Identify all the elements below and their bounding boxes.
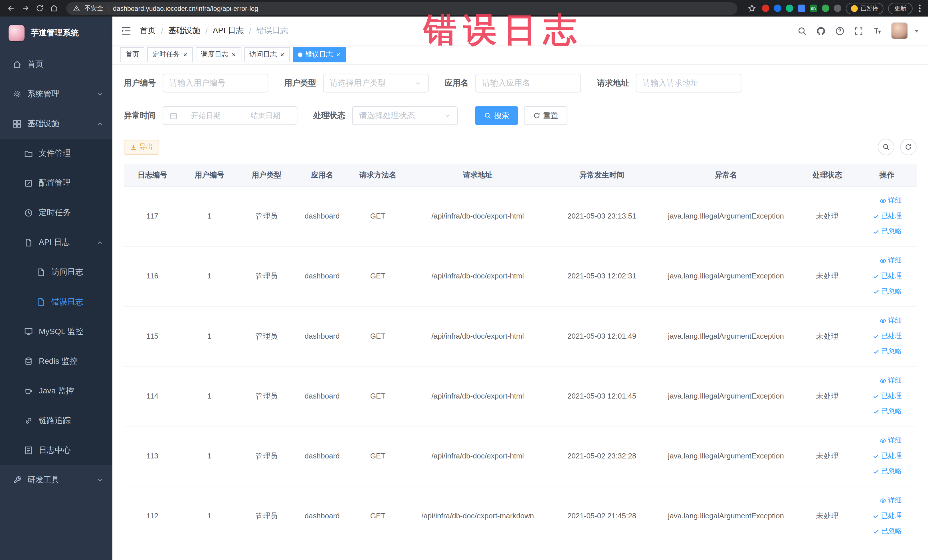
browser-back-icon[interactable] bbox=[6, 3, 16, 14]
search-button[interactable]: 搜索 bbox=[475, 106, 518, 125]
sidebar-item-6[interactable]: API 日志 bbox=[0, 227, 112, 257]
sidebar-item-12[interactable]: 链路追踪 bbox=[0, 406, 112, 436]
sidebar-item-5[interactable]: 定时任务 bbox=[0, 198, 112, 227]
sidebar-item-4[interactable]: 配置管理 bbox=[0, 168, 112, 198]
db-icon bbox=[24, 357, 33, 366]
close-icon[interactable]: × bbox=[231, 50, 236, 58]
processed-link[interactable]: 已处理 bbox=[857, 268, 902, 284]
extension-icon[interactable] bbox=[774, 5, 781, 12]
sidebar-item-2[interactable]: 基础设施 bbox=[0, 109, 112, 139]
extension-icon[interactable] bbox=[833, 5, 841, 12]
sidebar-item-3[interactable]: 文件管理 bbox=[0, 139, 112, 168]
extension-badge-icon[interactable]: on bbox=[810, 5, 817, 12]
github-icon[interactable] bbox=[816, 26, 826, 36]
ignored-link[interactable]: 已忽略 bbox=[857, 344, 902, 359]
detail-link[interactable]: 详细 bbox=[857, 313, 902, 328]
close-icon[interactable]: × bbox=[336, 50, 340, 58]
user-avatar[interactable] bbox=[891, 22, 908, 40]
export-button[interactable]: 导出 bbox=[124, 139, 159, 154]
sidebar-item-14[interactable]: 研发工具 bbox=[0, 465, 112, 495]
detail-link[interactable]: 详细 bbox=[857, 253, 902, 268]
reset-button[interactable]: 重置 bbox=[524, 106, 568, 125]
ignored-link[interactable]: 已忽略 bbox=[857, 284, 902, 299]
browser-menu-icon[interactable] bbox=[917, 5, 922, 12]
close-icon[interactable]: × bbox=[279, 50, 285, 58]
tab-3[interactable]: 访问日志 × bbox=[244, 47, 290, 62]
filter-user-id: 用户编号 请输入用户编号 bbox=[124, 73, 268, 92]
tab-4-active[interactable]: 错误日志 × bbox=[293, 47, 346, 62]
tags-view: 首页 定时任务 × 调度日志 × 访问日志 × 错误日志 × bbox=[112, 45, 928, 64]
cell-request-url: /api/infra/db-doc/export-markdown bbox=[406, 486, 549, 546]
fullscreen-icon[interactable] bbox=[853, 26, 864, 36]
sidebar-item-11[interactable]: Java 监控 bbox=[0, 376, 112, 406]
request-url-input[interactable]: 请输入请求地址 bbox=[636, 73, 742, 92]
refresh-table-button[interactable] bbox=[900, 139, 917, 155]
sidebar-item-1[interactable]: 系统管理 bbox=[0, 79, 112, 109]
sidebar-item-7[interactable]: 访问日志 bbox=[0, 257, 112, 287]
processed-link[interactable]: 已处理 bbox=[857, 328, 902, 344]
app-name-input[interactable]: 请输入应用名 bbox=[475, 73, 581, 92]
browser-home-icon[interactable] bbox=[49, 3, 59, 14]
caret-down-icon[interactable] bbox=[914, 29, 919, 32]
breadcrumb-item[interactable]: 首页 bbox=[140, 26, 156, 36]
paused-extension-button[interactable]: 已暂停 bbox=[846, 3, 884, 14]
navbar-actions bbox=[797, 22, 919, 40]
processed-link[interactable]: 已处理 bbox=[857, 448, 902, 464]
check-icon bbox=[873, 468, 879, 475]
detail-link[interactable]: 详细 bbox=[857, 433, 902, 448]
error-log-table: 日志编号用户编号用户类型应用名请求方法名请求地址异常发生时间异常名处理状态操作 … bbox=[124, 164, 917, 546]
hamburger-icon[interactable] bbox=[121, 25, 132, 37]
filter-exception-time: 异常时间 开始日期 - 结束日期 bbox=[124, 106, 297, 125]
date-range-picker[interactable]: 开始日期 - 结束日期 bbox=[163, 106, 297, 125]
browser-reload-icon[interactable] bbox=[34, 3, 44, 14]
cell-app-name: dashboard bbox=[295, 306, 349, 366]
close-icon[interactable]: × bbox=[183, 50, 188, 58]
tab-2[interactable]: 调度日志 × bbox=[196, 47, 241, 62]
processed-link[interactable]: 已处理 bbox=[857, 388, 902, 404]
detail-link[interactable]: 详细 bbox=[857, 493, 902, 508]
column-header-0: 日志编号 bbox=[124, 164, 181, 186]
status-select[interactable]: 请选择处理状态 bbox=[352, 106, 458, 125]
tab-0[interactable]: 首页 bbox=[121, 47, 144, 62]
breadcrumb-item[interactable]: API 日志 bbox=[213, 26, 244, 36]
sidebar-item-10[interactable]: Redis 监控 bbox=[0, 346, 112, 376]
ignored-link[interactable]: 已忽略 bbox=[857, 404, 902, 419]
extension-icon[interactable] bbox=[798, 5, 805, 12]
breadcrumb-item[interactable]: 基础设施 bbox=[168, 26, 200, 36]
detail-link[interactable]: 详细 bbox=[857, 193, 902, 208]
sidebar-item-8-active[interactable]: 错误日志 bbox=[0, 287, 112, 317]
monitor-icon bbox=[24, 327, 33, 336]
ignored-link[interactable]: 已忽略 bbox=[857, 523, 902, 539]
chevron-down-icon bbox=[96, 477, 103, 484]
sidebar-item-9[interactable]: MySQL 监控 bbox=[0, 317, 112, 346]
help-icon[interactable] bbox=[835, 26, 845, 36]
bookmark-star-icon[interactable] bbox=[747, 3, 757, 14]
sidebar-item-0[interactable]: 首页 bbox=[0, 50, 112, 79]
filter-row-2: 异常时间 开始日期 - 结束日期 处理状态 请选 bbox=[124, 106, 917, 125]
log-icon bbox=[24, 446, 33, 455]
extension-icon[interactable] bbox=[786, 5, 793, 12]
chevron-up-icon bbox=[96, 121, 103, 127]
doc-icon bbox=[24, 238, 33, 247]
toggle-search-button[interactable] bbox=[878, 139, 894, 155]
app-logo[interactable]: 芋道管理系统 bbox=[0, 17, 112, 50]
user-id-input[interactable]: 请输入用户编号 bbox=[163, 73, 268, 92]
user-type-select[interactable]: 请选择用户类型 bbox=[323, 73, 429, 92]
check-icon bbox=[873, 272, 879, 279]
extension-icon[interactable] bbox=[762, 5, 769, 12]
sidebar-item-13[interactable]: 日志中心 bbox=[0, 436, 112, 465]
ignored-link[interactable]: 已忽略 bbox=[857, 464, 902, 479]
filter-status: 处理状态 请选择处理状态 bbox=[313, 106, 458, 125]
address-bar[interactable]: 不安全 dashboard.yudao.iocoder.cn/infra/log… bbox=[66, 2, 737, 15]
detail-link[interactable]: 详细 bbox=[857, 373, 902, 388]
font-size-icon[interactable] bbox=[872, 26, 882, 36]
search-icon[interactable] bbox=[797, 26, 807, 36]
tab-1[interactable]: 定时任务 × bbox=[147, 47, 193, 62]
cell-app-name: dashboard bbox=[295, 486, 349, 546]
browser-forward-icon[interactable] bbox=[20, 3, 30, 14]
processed-link[interactable]: 已处理 bbox=[857, 508, 902, 523]
processed-link[interactable]: 已处理 bbox=[857, 208, 902, 224]
extension-icon[interactable] bbox=[821, 5, 829, 12]
browser-update-button[interactable]: 更新 bbox=[888, 3, 913, 14]
ignored-link[interactable]: 已忽略 bbox=[857, 224, 902, 239]
